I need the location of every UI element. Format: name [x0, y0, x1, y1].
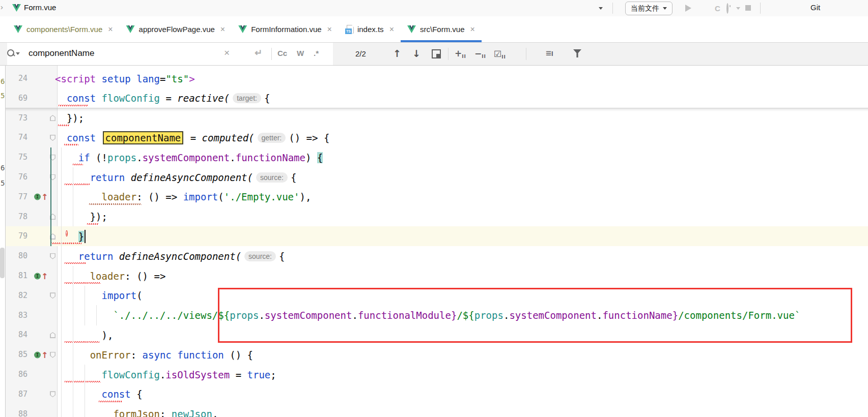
line-number: 80 [7, 246, 27, 266]
code-line-86[interactable]: 86 flowConfig.isOldSystem = true; [6, 365, 868, 384]
vue-file-icon [407, 25, 416, 33]
tab-label: index.ts [357, 25, 384, 34]
remove-selection-icon[interactable]: −II [474, 48, 486, 59]
line-number: 24 [7, 69, 27, 88]
scrollbar-thumb[interactable] [0, 248, 5, 278]
match-case-toggle[interactable]: Cc [277, 49, 287, 57]
line-number: 82 [7, 286, 27, 306]
stop-button[interactable] [745, 5, 751, 11]
tab-label: FormInformation.vue [251, 25, 321, 34]
close-icon[interactable]: × [389, 25, 394, 34]
previous-occurrence-button[interactable]: ↑ [393, 48, 401, 59]
code-line-74[interactable]: 74 const componentName = computed(getter… [6, 128, 868, 147]
line-number: 76 [7, 167, 27, 187]
implementation-marker-icon[interactable]: I↑ [34, 350, 48, 360]
search-query-text[interactable]: componentName [29, 48, 94, 58]
search-divider [271, 48, 272, 60]
code-line-78[interactable]: 78 }); [6, 207, 868, 227]
code-line-24[interactable]: 24<script setup lang="ts"> [6, 69, 868, 88]
open-in-find-window-icon[interactable] [432, 49, 441, 58]
search-divider [448, 48, 449, 60]
filter-lines-icon[interactable]: ≡I [546, 48, 553, 59]
clipped-text-fragment: 5 [1, 92, 5, 100]
profiler-button[interactable] [726, 3, 729, 14]
close-icon[interactable]: × [470, 25, 474, 34]
code-line-85[interactable]: 85I↑ onError: async function () { [6, 345, 868, 365]
code-line-76[interactable]: 76 return defineAsyncComponent(source:{ [6, 167, 868, 187]
indent-guide [73, 266, 73, 417]
select-all-occurrences-icon[interactable]: ☑II [494, 49, 506, 59]
search-icon[interactable] [7, 49, 20, 58]
warning-squiggle [99, 401, 122, 402]
line-number: 78 [7, 207, 27, 227]
tab-index.ts[interactable]: TSindex.ts× [339, 16, 401, 42]
code-line-77[interactable]: 77I↑ loader: () => import('./Empty.vue')… [6, 187, 868, 207]
typescript-file-icon: TS [345, 25, 353, 34]
code-text[interactable]: }); [55, 207, 107, 227]
code-text[interactable]: return defineAsyncComponent(source:{ [55, 167, 296, 187]
code-text[interactable]: return defineAsyncComponent(source:{ [55, 246, 285, 266]
code-text[interactable]: formJson: newJson, [55, 404, 218, 417]
user-icon[interactable] [589, 3, 597, 13]
code-line-87[interactable]: 87 const { [6, 384, 868, 404]
line-number: 74 [7, 128, 27, 147]
toolbar-divider [612, 3, 613, 14]
code-line-75[interactable]: 75 if (!props.systemComponent.functionNa… [6, 147, 868, 167]
run-button[interactable] [685, 5, 691, 12]
run-configuration-dropdown[interactable]: 当前文件 [625, 2, 673, 15]
code-line-80[interactable]: 80 return defineAsyncComponent(source:{ [6, 246, 868, 266]
close-icon[interactable]: × [108, 25, 113, 34]
line-number: 87 [7, 384, 27, 404]
warning-squiggle [87, 223, 99, 225]
chevron-down-icon[interactable] [599, 7, 603, 10]
chevron-down-icon[interactable] [736, 7, 740, 10]
git-menu[interactable]: Git [810, 3, 820, 12]
tab-src-Form.vue[interactable]: src\Form.vue× [401, 16, 482, 42]
search-result-counter: 2/2 [355, 49, 366, 58]
vue-file-icon [238, 25, 247, 33]
code-text[interactable]: const componentName = computed(getter:()… [55, 128, 329, 147]
next-occurrence-button[interactable]: ↓ [412, 48, 421, 59]
tab-approveFlowPage.vue[interactable]: approveFlowPage.vue× [120, 16, 232, 42]
search-bar: componentName × ↵ Cc W .* 2/2 ↑ ↓ +II −I… [0, 43, 868, 66]
indent-guide [85, 365, 85, 417]
tab-components-Form.vue[interactable]: components\Form.vue× [7, 16, 120, 42]
clipped-text-fragment: 5 [1, 179, 5, 187]
code-line-79[interactable]: 79! } [6, 226, 868, 246]
brace-scope-line [50, 147, 51, 246]
code-text[interactable]: <script setup lang="ts"> [55, 69, 195, 88]
code-editor[interactable]: 24<script setup lang="ts">69 const flowC… [0, 66, 868, 417]
chevron-down-icon [663, 7, 667, 10]
whole-words-toggle[interactable]: W [297, 49, 304, 57]
tab-FormInformation.vue[interactable]: FormInformation.vue× [232, 16, 339, 42]
code-line-81[interactable]: 81I↑ loader: () => [6, 266, 868, 286]
code-text[interactable]: import( [55, 286, 143, 306]
code-text[interactable]: if (!props.systemComponent.functionName)… [55, 147, 323, 167]
newline-icon[interactable]: ↵ [255, 47, 262, 58]
line-number: 83 [7, 306, 27, 325]
line-number: 79 [7, 226, 27, 246]
left-panel-edge: 6565 [0, 66, 6, 417]
line-number: 69 [7, 88, 27, 108]
title-bar: › Form.vue 当前文件 C Git [0, 0, 868, 17]
close-icon[interactable]: × [327, 25, 332, 34]
regex-toggle[interactable]: .* [314, 49, 319, 57]
clear-search-icon[interactable]: × [224, 47, 230, 58]
line-number: 86 [7, 365, 27, 384]
coverage-button[interactable]: C [715, 5, 720, 12]
close-icon[interactable]: × [220, 25, 225, 34]
code-line-69[interactable]: 69 const flowConfig = reactive(target:{ [6, 88, 868, 108]
warning-squiggle [65, 184, 90, 185]
add-selection-icon[interactable]: +II [455, 48, 466, 59]
implementation-marker-icon[interactable]: I↑ [34, 192, 48, 202]
window-title: Form.vue [24, 3, 56, 12]
indent-guide [85, 286, 85, 325]
code-line-88[interactable]: 88 formJson: newJson, [6, 404, 868, 417]
clipped-text-fragment: 6 [1, 77, 5, 85]
warning-squiggle [65, 341, 100, 343]
line-number: 75 [7, 147, 27, 167]
implementation-marker-icon[interactable]: I↑ [34, 271, 48, 281]
filter-icon[interactable] [573, 49, 581, 57]
code-text[interactable]: onError: async function () { [55, 345, 253, 365]
toolbar-divider [760, 3, 761, 14]
